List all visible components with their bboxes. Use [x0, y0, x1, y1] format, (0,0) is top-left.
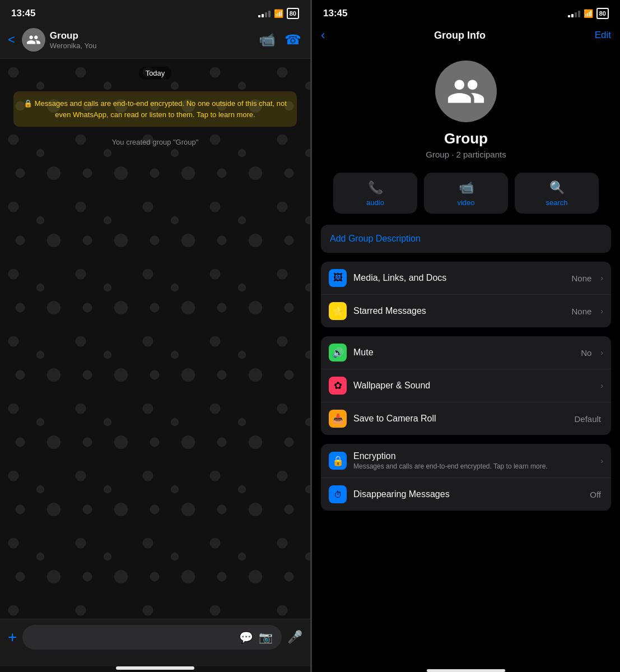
right-signal-icon — [568, 10, 580, 17]
back-button[interactable]: < — [6, 30, 17, 49]
group-info-panel: 13:45 📶 80 ‹ Group Info Edit Group Group — [312, 0, 620, 672]
camera-roll-label: Save to Camera Roll — [353, 414, 567, 424]
search-icon: 🔍 — [549, 180, 565, 195]
encryption-label: Encryption — [353, 451, 594, 461]
group-large-icon — [446, 72, 486, 111]
mute-icon: 🔊 — [329, 344, 347, 362]
left-status-bar: 13:45 📶 80 — [0, 0, 310, 24]
wifi-icon: 📶 — [274, 9, 283, 18]
mute-row[interactable]: 🔊 Mute No › — [321, 336, 611, 369]
starred-chevron-icon: › — [600, 307, 603, 316]
battery-indicator: 80 — [287, 8, 299, 19]
chat-group-members: Weronika, You — [50, 41, 254, 50]
wallpaper-chevron-icon: › — [600, 381, 603, 390]
signal-icon — [258, 10, 271, 17]
system-message: You created group "Group" — [13, 138, 297, 146]
wallpaper-sound-row[interactable]: ✿ Wallpaper & Sound › — [321, 369, 611, 402]
media-label: Media, Links, and Docs — [353, 273, 565, 283]
mute-label: Mute — [353, 347, 574, 358]
action-buttons-row: 📞 audio 📹 video 🔍 search — [312, 173, 620, 225]
right-status-bar: 13:45 📶 80 — [312, 0, 620, 24]
chat-group-name: Group — [50, 30, 254, 41]
date-badge: Today — [139, 68, 172, 78]
chat-group-avatar — [22, 28, 45, 52]
message-input-field[interactable]: 💬 📷 — [22, 625, 282, 650]
media-chevron-icon: › — [600, 274, 603, 282]
media-value: None — [571, 274, 591, 283]
add-attachment-button[interactable]: + — [8, 628, 17, 646]
video-call-action[interactable]: 📹 video — [424, 173, 508, 214]
video-label: video — [457, 198, 474, 207]
disappearing-icon: ⏱ — [329, 485, 347, 503]
group-info-title: Group Info — [434, 30, 486, 41]
encryption-row[interactable]: 🔒 Encryption Messages and calls are end-… — [321, 444, 611, 478]
right-wifi-icon: 📶 — [584, 9, 593, 18]
left-status-icons: 📶 80 — [258, 8, 299, 19]
camera-button[interactable]: 📷 — [259, 631, 273, 644]
video-icon: 📹 — [459, 180, 474, 195]
search-label: search — [546, 198, 567, 207]
disappearing-value: Off — [590, 490, 601, 499]
chat-group-info[interactable]: Group Weronika, You — [50, 30, 254, 50]
voice-call-button[interactable]: ☎ — [285, 32, 301, 48]
input-actions: 💬 📷 — [239, 631, 273, 644]
starred-label: Starred Messages — [353, 306, 565, 316]
media-links-docs-row[interactable]: 🖼 Media, Links, and Docs None › — [321, 262, 611, 295]
group-info-edit-button[interactable]: Edit — [595, 30, 611, 41]
home-indicator — [116, 666, 194, 670]
search-action[interactable]: 🔍 search — [515, 173, 599, 214]
left-time: 13:45 — [11, 8, 35, 19]
group-avatar-large[interactable] — [435, 61, 497, 122]
audio-icon: 📞 — [368, 180, 383, 195]
starred-icon: ⭐ — [329, 302, 347, 320]
media-icon: 🖼 — [329, 269, 347, 287]
add-description-label: Add Group Description — [330, 234, 421, 243]
chat-header: < Group Weronika, You 📹 ☎ — [0, 24, 310, 59]
group-info-back-button[interactable]: ‹ — [321, 28, 325, 43]
right-time: 13:45 — [323, 8, 347, 19]
disappearing-label: Disappearing Messages — [353, 489, 583, 499]
settings-section-2: 🔊 Mute No › ✿ Wallpaper & Sound › 📥 Save… — [321, 336, 611, 435]
camera-roll-value: Default — [574, 414, 601, 424]
encryption-notice[interactable]: 🔒 Messages and calls are end-to-end encr… — [13, 91, 297, 127]
right-battery-indicator: 80 — [596, 8, 609, 19]
mic-button[interactable]: 🎤 — [287, 630, 302, 645]
audio-call-action[interactable]: 📞 audio — [333, 173, 417, 214]
chat-panel: 13:45 📶 80 < Group Weronika, You 📹 ☎ — [0, 0, 310, 672]
disappearing-messages-row[interactable]: ⏱ Disappearing Messages Off — [321, 478, 611, 511]
encryption-sublabel: Messages and calls are end-to-end encryp… — [353, 462, 594, 470]
settings-section-3: 🔒 Encryption Messages and calls are end-… — [321, 444, 611, 511]
chat-header-actions: 📹 ☎ — [259, 32, 301, 48]
group-icon — [26, 33, 41, 47]
video-call-button[interactable]: 📹 — [259, 32, 276, 48]
settings-section-1: 🖼 Media, Links, and Docs None › ⭐ Starre… — [321, 262, 611, 327]
right-status-icons: 📶 80 — [568, 8, 609, 19]
encryption-icon: 🔒 — [329, 452, 347, 470]
group-info-header: ‹ Group Info Edit — [312, 24, 620, 49]
mute-chevron-icon: › — [600, 348, 603, 357]
starred-messages-row[interactable]: ⭐ Starred Messages None › — [321, 295, 611, 327]
chat-background: Today 🔒 Messages and calls are end-to-en… — [0, 59, 310, 619]
starred-value: None — [571, 307, 591, 316]
encryption-chevron-icon: › — [600, 456, 603, 465]
wallpaper-icon: ✿ — [329, 377, 347, 395]
group-profile-name: Group — [444, 130, 488, 147]
right-home-indicator — [427, 669, 505, 672]
audio-label: audio — [366, 198, 384, 207]
add-description-row[interactable]: Add Group Description — [321, 225, 611, 253]
sticker-button[interactable]: 💬 — [239, 631, 253, 644]
camera-roll-icon: 📥 — [329, 410, 347, 428]
group-profile: Group Group · 2 participants — [312, 49, 620, 173]
group-profile-subtitle: Group · 2 participants — [426, 150, 506, 159]
save-camera-roll-row[interactable]: 📥 Save to Camera Roll Default — [321, 402, 611, 435]
wallpaper-label: Wallpaper & Sound — [353, 381, 594, 391]
group-info-content: Group Group · 2 participants 📞 audio 📹 v… — [312, 49, 620, 664]
mute-value: No — [581, 348, 591, 358]
chat-input-bar: + 💬 📷 🎤 — [0, 619, 310, 666]
